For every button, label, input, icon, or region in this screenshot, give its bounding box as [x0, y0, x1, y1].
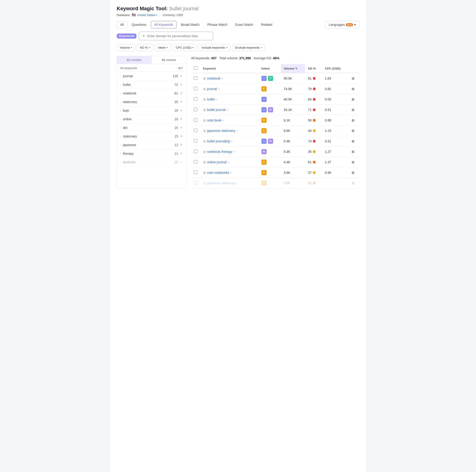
row-checkbox-cell[interactable] [191, 146, 200, 157]
actions-cell[interactable]: ⊞ [349, 84, 359, 94]
eye-icon[interactable]: 👁 [180, 100, 183, 104]
eye-icon[interactable]: 👁 [180, 143, 183, 147]
row-checkbox-cell[interactable] [191, 136, 200, 146]
row-checkbox[interactable] [194, 139, 197, 143]
list-item[interactable]: › bujo 16 👁 [117, 106, 186, 115]
select-all-checkbox[interactable] [194, 66, 197, 70]
row-checkbox[interactable] [194, 170, 197, 174]
list-item[interactable]: › stationary 15 👁 [117, 132, 186, 141]
list-item[interactable]: › japanese 12 👁 [117, 141, 186, 149]
domain-input[interactable] [147, 34, 210, 38]
sidebar-count: 10 [174, 160, 178, 164]
actions-cell[interactable]: ⊞ [349, 115, 359, 126]
actions-cell[interactable]: ⊞ [349, 105, 359, 115]
eye-icon[interactable]: 👁 [180, 117, 183, 121]
tab-broad-match[interactable]: Broad Match [178, 21, 203, 28]
filter-kd[interactable]: KD % ▾ [137, 44, 153, 51]
actions-cell[interactable]: ⊞ [349, 167, 359, 178]
keyword-link[interactable]: ⊕ bullet journaling » [203, 139, 256, 144]
row-checkbox[interactable] [194, 129, 197, 132]
keyword-link[interactable]: ⊕ japanese stationary » [203, 181, 256, 185]
tab-related[interactable]: Related [257, 21, 276, 28]
actions-cell[interactable]: ⊞ [349, 126, 359, 136]
toggle-by-number[interactable]: By number [117, 56, 152, 64]
list-item[interactable]: › journal 135 👁 [117, 72, 186, 80]
keyword-link[interactable]: ⊕ bullet » [203, 97, 256, 102]
row-checkbox[interactable] [194, 76, 197, 80]
tab-exact-match[interactable]: Exact Match [232, 21, 256, 28]
filter-cpc[interactable]: CPC (USD) ▾ [173, 44, 197, 51]
country-selector[interactable]: United States ▾ [137, 13, 157, 17]
actions-cell[interactable]: ⊞ [349, 136, 359, 146]
eye-icon[interactable]: 👁 [180, 109, 183, 112]
tab-all-keywords[interactable]: All Keywords [151, 21, 177, 28]
arrow-right-icon: » [223, 119, 224, 122]
filter-include-keywords[interactable]: Include keywords ▾ [199, 44, 230, 51]
keywords-table: Keyword Intent Volume ⇅ KD % CPC (USD) [191, 64, 359, 188]
row-checkbox[interactable] [194, 97, 197, 101]
keyword-link[interactable]: ⊕ online journal » [203, 160, 256, 164]
row-checkbox-cell[interactable] [191, 178, 200, 188]
summary-avg-kd: 46% [273, 56, 279, 60]
actions-cell[interactable]: ⊞ [349, 73, 359, 84]
table-row: ⊕ notebook » I T 90.5K 81 [191, 73, 359, 84]
actions-cell[interactable]: ⊞ [349, 146, 359, 157]
intent-c-badge: C [261, 128, 267, 133]
kd-dot-orange [313, 161, 316, 163]
list-item[interactable]: › notebook 61 👁 [117, 89, 186, 98]
row-checkbox-cell[interactable] [191, 126, 200, 136]
list-item[interactable]: › online 16 👁 [117, 115, 186, 124]
th-volume[interactable]: Volume ⇅ [281, 64, 305, 73]
tab-questions[interactable]: Questions [128, 21, 150, 28]
chevron-right-icon: › [120, 75, 121, 77]
list-item[interactable]: › aesthetic 10 👁 [117, 158, 186, 166]
row-checkbox-cell[interactable] [191, 84, 200, 94]
kd-value: 44 [308, 129, 312, 133]
row-checkbox-cell[interactable] [191, 115, 200, 126]
row-checkbox[interactable] [194, 118, 197, 122]
kd-dot-red [313, 77, 316, 80]
chevron-down-icon: ▾ [261, 46, 262, 49]
list-item[interactable]: › therapy 11 👁 [117, 149, 186, 158]
row-checkbox-cell[interactable] [191, 94, 200, 105]
row-checkbox[interactable] [194, 181, 197, 184]
eye-icon[interactable]: 👁 [180, 152, 183, 155]
row-checkbox-cell[interactable] [191, 167, 200, 178]
eye-icon[interactable]: 👁 [180, 126, 183, 129]
keyword-link[interactable]: ⊕ bullet journal » [203, 108, 256, 112]
filter-intent[interactable]: Intent ▾ [155, 44, 171, 51]
list-item[interactable]: › stationery 35 👁 [117, 98, 186, 106]
filter-volume[interactable]: Volume ▾ [117, 44, 135, 51]
row-checkbox-cell[interactable] [191, 105, 200, 115]
row-checkbox[interactable] [194, 108, 197, 111]
row-checkbox[interactable] [194, 87, 197, 90]
row-checkbox-cell[interactable] [191, 157, 200, 167]
table-row: ⊕ journal » C 74.0K 79 [191, 84, 359, 94]
keyword-link[interactable]: ⊕ notebook therapy » [203, 150, 256, 154]
actions-cell[interactable]: ⊞ [349, 94, 359, 105]
keyword-link[interactable]: ⊕ japanese stationery » [203, 129, 256, 133]
keyword-link[interactable]: ⊕ journal » [203, 87, 256, 91]
keyword-link[interactable]: ⊕ notebook » [203, 76, 256, 81]
tab-languages[interactable]: Languages beta ▾ [325, 21, 359, 28]
actions-cell[interactable]: ⊞ [349, 157, 359, 167]
eye-icon[interactable]: 👁 [180, 74, 183, 78]
intent-c-badge: C [261, 160, 267, 165]
keyword-link[interactable]: ⊕ note book » [203, 118, 256, 123]
list-item[interactable]: › dot 15 👁 [117, 124, 186, 132]
keyword-link[interactable]: ⊕ cute notebooks » [203, 170, 256, 175]
filter-exclude-keywords[interactable]: Exclude keywords ▾ [232, 44, 265, 51]
tab-all[interactable]: All [117, 21, 127, 28]
eye-icon[interactable]: 👁 [180, 135, 183, 138]
eye-icon[interactable]: 👁 [180, 161, 183, 164]
list-item[interactable]: › bullet 72 👁 [117, 80, 186, 89]
ai-input-wrapper[interactable]: ✦ [139, 32, 213, 40]
eye-icon[interactable]: 👁 [180, 83, 183, 87]
eye-icon[interactable]: 👁 [180, 92, 183, 95]
row-checkbox[interactable] [194, 160, 197, 163]
row-checkbox-cell[interactable] [191, 73, 200, 84]
row-checkbox[interactable] [194, 150, 197, 153]
actions-cell[interactable]: ⊞ [349, 178, 359, 188]
tab-phrase-match[interactable]: Phrase Match [204, 21, 231, 28]
toggle-by-volume[interactable]: By volume [152, 56, 187, 64]
